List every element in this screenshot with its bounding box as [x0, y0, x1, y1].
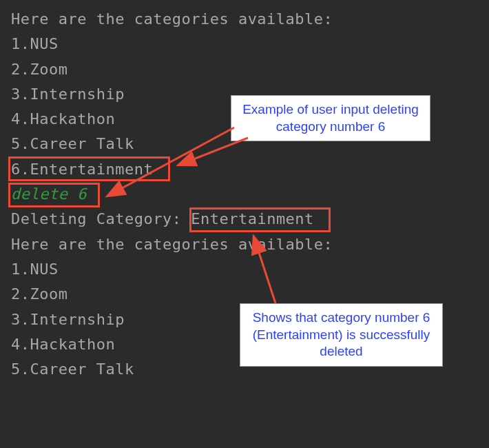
- list-item: 1.NUS: [11, 32, 478, 57]
- list-item: 2.Zoom: [11, 57, 478, 82]
- categories-header: Here are the categories available:: [11, 7, 478, 32]
- deleting-prefix: Deleting Category:: [11, 210, 191, 227]
- list-item: 1.NUS: [11, 257, 478, 282]
- annotation-callout-input: Example of user input deleting category …: [231, 95, 430, 141]
- highlight-box-category-6: [8, 156, 170, 181]
- highlight-box-command: [8, 183, 100, 207]
- highlight-box-deleted-name: [189, 207, 331, 232]
- callout-text: Example of user input deleting category …: [242, 102, 419, 134]
- callout-text: Shows that category number 6 (Entertainm…: [253, 310, 430, 358]
- annotation-callout-result: Shows that category number 6 (Entertainm…: [240, 303, 443, 367]
- categories-header: Here are the categories available:: [11, 232, 478, 257]
